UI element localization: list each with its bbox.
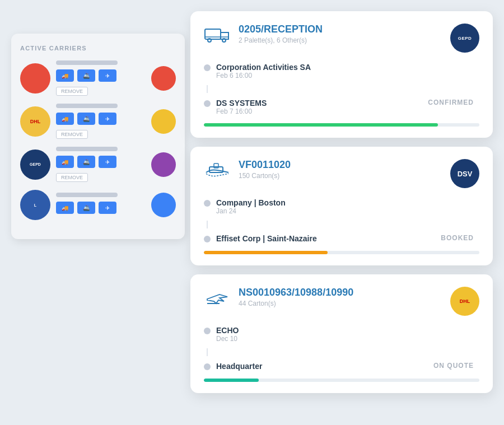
route-dot	[204, 363, 211, 370]
card-title-block-1: 0205/RECEPTION 2 Palette(s), 6 Other(s)	[239, 24, 323, 44]
progress-bar-fill-3	[204, 379, 259, 382]
carrier-row: 🚚 🚢 ✈ REMOVE	[20, 60, 176, 96]
carrier-icon-truck: 🚚	[56, 202, 74, 214]
card-header-3: NS0010963/10988/10990 44 Carton(s) DHL	[204, 287, 479, 316]
carrier-icon-ship: 🚢	[77, 69, 95, 82]
carrier-avatar-gepd: GEPD	[20, 150, 50, 180]
carrier-icons: 🚚 🚢 ✈	[56, 113, 146, 125]
card-header-left-3: NS0010963/10988/10990 44 Carton(s)	[204, 287, 353, 308]
carrier-avatar-dhl: DHL	[20, 106, 50, 137]
stop-date-3a: Dec 10	[216, 335, 239, 343]
route-stop-2b: Effiset Corp | Saint-Nazaire BOOKED	[204, 234, 479, 243]
carrier-name-bar	[56, 60, 118, 65]
route-divider	[207, 221, 208, 228]
card-subtitle-3: 44 Carton(s)	[239, 300, 353, 307]
carrier-logo-2: DSV	[450, 159, 479, 188]
panel-title: ACTIVE CARRIERS	[20, 45, 176, 52]
card-title-3: NS0010963/10988/10990	[239, 287, 353, 298]
carrier-logo-3: DHL	[450, 287, 479, 316]
route-stop-1a: Corporation Activities SA Feb 6 16:00	[204, 63, 479, 80]
active-carriers-panel: ACTIVE CARRIERS 🚚 🚢 ✈ REMOVE DHL 🚚 🚢 ✈	[11, 34, 185, 239]
svg-rect-0	[205, 29, 221, 39]
carrier-icon-truck: 🚚	[56, 156, 74, 168]
card-header-2: VF0011020 150 Carton(s) DSV	[204, 159, 479, 188]
route-stop-3a: ECHO Dec 10	[204, 326, 479, 343]
carrier-info: 🚚 🚢 ✈ REMOVE	[56, 147, 146, 182]
card-header-left-1: 0205/RECEPTION 2 Palette(s), 6 Other(s)	[204, 24, 323, 45]
stop-name-1a: Corporation Activities SA	[216, 63, 311, 72]
route-stop-2a: Company | Boston Jan 24	[204, 198, 479, 215]
carrier-info: 🚚 🚢 ✈ REMOVE	[56, 104, 146, 139]
route-dot	[204, 64, 211, 71]
card-header-1: 0205/RECEPTION 2 Palette(s), 6 Other(s) …	[204, 24, 479, 53]
progress-bar-container-1	[204, 123, 479, 127]
progress-bar-container-2	[204, 251, 479, 254]
route-divider	[207, 85, 208, 93]
carrier-avatar-blue: L	[20, 190, 50, 220]
stop-name-3a: ECHO	[216, 326, 239, 335]
sidebar-right-logo-1	[151, 66, 176, 91]
shipment-card-2: VF0011020 150 Carton(s) DSV Company | Bo…	[190, 147, 493, 265]
remove-button[interactable]: REMOVE	[56, 173, 88, 182]
stop-date-1b: Feb 7 16:00	[216, 108, 267, 115]
stop-name-2b: Effiset Corp | Saint-Nazaire	[216, 234, 317, 243]
card-route-3: ECHO Dec 10 Headquarter ON QUOTE	[204, 326, 479, 371]
shipment-card-3: NS0010963/10988/10990 44 Carton(s) DHL E…	[190, 274, 493, 393]
carrier-icon-plane: ✈	[99, 113, 116, 125]
route-dot	[204, 200, 211, 207]
route-divider	[207, 348, 208, 356]
progress-bar-container-3	[204, 379, 479, 382]
carrier-icon-ship: 🚢	[77, 113, 95, 125]
ship-icon	[204, 160, 231, 180]
card-subtitle-2: 150 Carton(s)	[239, 172, 291, 180]
shipment-cards-panel: 0205/RECEPTION 2 Palette(s), 6 Other(s) …	[190, 11, 493, 393]
card-title-block-2: VF0011020 150 Carton(s)	[239, 159, 291, 180]
card-title-block-3: NS0010963/10988/10990 44 Carton(s)	[239, 287, 353, 307]
stop-name-3b: Headquarter	[216, 362, 262, 371]
status-label-2: BOOKED	[441, 234, 474, 242]
carrier-icon-plane: ✈	[99, 202, 116, 214]
progress-bar-bg-2	[204, 251, 479, 254]
carrier-icon-ship: 🚢	[77, 202, 95, 214]
carrier-row: DHL 🚚 🚢 ✈ REMOVE	[20, 104, 176, 139]
carrier-avatar-red	[20, 63, 50, 94]
svg-point-2	[222, 39, 226, 42]
stop-date-1a: Feb 6 16:00	[216, 72, 311, 80]
carrier-name-bar	[56, 147, 118, 151]
progress-bar-fill-2	[204, 251, 328, 254]
route-stop-1b: DS SYSTEMS Feb 7 16:00 CONFIRMED	[204, 99, 479, 115]
stop-date-2a: Jan 24	[216, 207, 286, 215]
stop-name-1b: DS SYSTEMS	[216, 99, 267, 108]
carrier-row: GEPD 🚚 🚢 ✈ REMOVE	[20, 147, 176, 182]
carrier-icons: 🚚 🚢 ✈	[56, 202, 146, 214]
sidebar-right-logo-2	[151, 109, 176, 134]
carrier-name-bar	[56, 104, 118, 108]
carrier-row: L 🚚 🚢 ✈	[20, 190, 176, 220]
carrier-icon-plane: ✈	[99, 69, 116, 82]
card-route-1: Corporation Activities SA Feb 6 16:00 DS…	[204, 63, 479, 115]
progress-bar-fill-1	[204, 123, 438, 127]
carrier-icon-truck: 🚚	[56, 113, 74, 125]
sidebar-right-logo-4	[151, 193, 176, 217]
card-route-2: Company | Boston Jan 24 Effiset Corp | S…	[204, 198, 479, 243]
route-dot	[204, 236, 211, 242]
carrier-info: 🚚 🚢 ✈ REMOVE	[56, 60, 146, 96]
carrier-icon-plane: ✈	[99, 156, 116, 168]
carrier-name-bar	[56, 193, 118, 197]
progress-bar-bg-1	[204, 123, 479, 127]
card-header-left-2: VF0011020 150 Carton(s)	[204, 159, 291, 180]
card-title-2: VF0011020	[239, 159, 291, 171]
plane-icon	[204, 288, 231, 308]
status-label-3: ON QUOTE	[433, 362, 474, 370]
carrier-icons: 🚚 🚢 ✈	[56, 156, 146, 168]
route-stop-3b: Headquarter ON QUOTE	[204, 362, 479, 371]
remove-button[interactable]: REMOVE	[56, 130, 88, 139]
route-dot	[204, 100, 211, 107]
card-subtitle-1: 2 Palette(s), 6 Other(s)	[239, 36, 323, 44]
progress-bar-bg-3	[204, 379, 479, 382]
shipment-card-1: 0205/RECEPTION 2 Palette(s), 6 Other(s) …	[190, 11, 493, 138]
status-label-1: CONFIRMED	[428, 99, 474, 106]
sidebar-right-logo-3	[151, 152, 176, 177]
remove-button[interactable]: REMOVE	[56, 87, 88, 96]
stop-name-2a: Company | Boston	[216, 198, 286, 207]
